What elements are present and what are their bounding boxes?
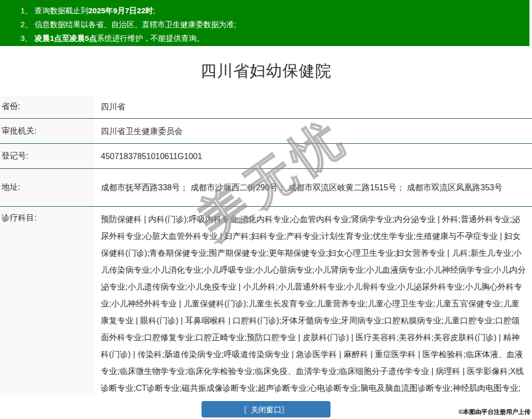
table-row-address: 地址: 成都市抚琴西路338号； 成都市沙堰西二街290号； 成都市双流区岐黄二… [0, 169, 532, 207]
table-row-registration-number: 登记号: 45071837851010611G1001 [0, 144, 532, 169]
notice-line-2: 2、 信息数据结果以各省、自治区、直辖市卫生健康委数据为准; [20, 17, 529, 31]
table-row-approval-authority: 审批机关: 四川省卫生健康委员会 [0, 119, 532, 144]
notice-3-prefix: 3、 [20, 34, 35, 42]
button-row: 〖关闭窗口〗 [0, 401, 532, 417]
registration-number-value: 45071837851010611G1001 [95, 144, 532, 168]
approval-authority-value: 四川省卫生健康委员会 [95, 119, 532, 143]
notice-1-text: 1、 查询数据截止到 [20, 6, 88, 15]
registration-number-label: 登记号: [0, 144, 95, 168]
notice-banner: 1、 查询数据截止到2025年9月7日22时; 2、 信息数据结果以各省、自治区… [0, 0, 529, 46]
notice-3-text: 系统进行维护，不能提供查询。 [97, 34, 204, 42]
table-row-departments: 诊疗科目: 预防保健科 | 内科(门诊);呼吸内科专业;消化内科专业;心血管内科… [0, 207, 532, 395]
notice-2-text: 2、 信息数据结果以各省、自治区、直辖市卫生健康委数据为准; [20, 20, 236, 29]
province-value: 四川省 [95, 95, 532, 118]
hospital-info-table: 省份: 四川省 审批机关: 四川省卫生健康委员会 登记号: 4507183785… [0, 95, 532, 395]
notice-3-bold: 凌晨1点至凌晨5点 [35, 34, 97, 42]
notice-1-bold: 2025年9月7日22时 [88, 6, 153, 15]
address-value: 成都市抚琴西路338号； 成都市沙堰西二街290号； 成都市双流区岐黄二路151… [95, 169, 532, 206]
notice-1-suffix: ; [153, 6, 155, 15]
approval-authority-label: 审批机关: [0, 119, 95, 143]
notice-line-3: 3、 凌晨1点至凌晨5点系统进行维护，不能提供查询。 [20, 31, 529, 45]
departments-label: 诊疗科目: [0, 207, 95, 395]
upload-credit-watermark: ©本图由平台注册用户上传 [458, 408, 530, 416]
notice-line-1: 1、 查询数据截止到2025年9月7日22时; [20, 4, 529, 17]
province-label: 省份: [0, 95, 95, 118]
table-row-province: 省份: 四川省 [0, 95, 532, 119]
departments-value: 预防保健科 | 内科(门诊);呼吸内科专业;消化内科专业;心血管内科专业;肾病学… [95, 207, 532, 395]
address-label: 地址: [0, 169, 95, 206]
close-window-button[interactable]: 〖关闭窗口〗 [202, 401, 330, 417]
hospital-title: 四川省妇幼保健院 [0, 60, 532, 82]
